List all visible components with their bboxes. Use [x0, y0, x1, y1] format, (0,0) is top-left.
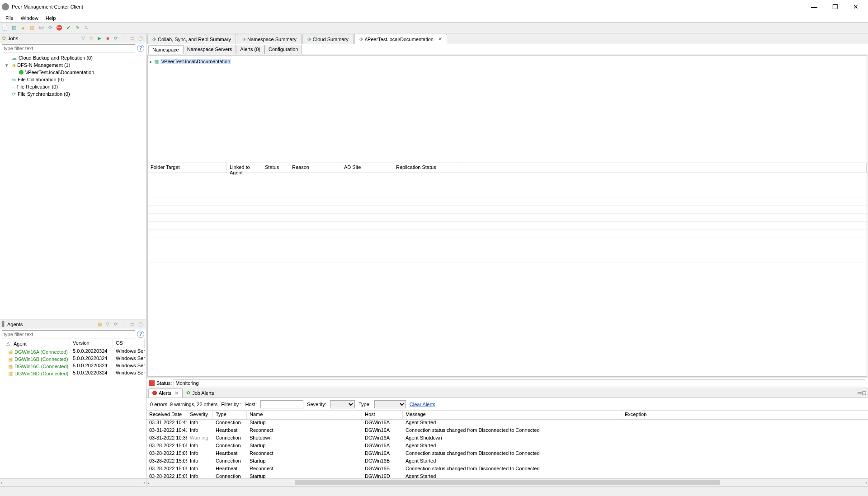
- alert-row[interactable]: 03-28-2022 15:05:53InfoHeartbeatReconnec…: [146, 466, 868, 473]
- menu-file[interactable]: File: [2, 15, 17, 21]
- namespace-tree[interactable]: ▸ ▦ \\PeerTest.local\Documentation: [148, 56, 867, 163]
- alert-row[interactable]: 03-31-2022 10:41:10InfoHeartbeatReconnec…: [146, 427, 868, 435]
- toolbar-edit-icon[interactable]: ✎: [73, 24, 81, 32]
- agents-row[interactable]: ▦DGWin16A (Connected)5.0.0.20220324Windo…: [0, 348, 146, 356]
- jobs-min-icon[interactable]: ▭: [128, 35, 136, 42]
- editor-tab[interactable]: ⬗\\PeerTest.local\Documentation✕: [354, 34, 447, 44]
- col-name[interactable]: Name: [247, 411, 362, 419]
- jobs-tree-item[interactable]: ≡File Replication (0): [0, 83, 146, 90]
- clear-alerts-link[interactable]: Clear Alerts: [410, 402, 435, 407]
- tab-job-alerts[interactable]: ✿ Job Alerts: [183, 388, 217, 398]
- toolbar-error-icon[interactable]: ⛔: [55, 24, 63, 32]
- toolbar-open-icon[interactable]: ▧: [10, 24, 18, 32]
- alert-row[interactable]: 03-28-2022 15:05:59InfoConnectionStartup…: [146, 443, 868, 450]
- jobs-tree-item[interactable]: ▾⬗DFS-N Management (1): [0, 61, 146, 69]
- agents-filter-input[interactable]: [2, 330, 135, 338]
- jobs-filter-input[interactable]: [2, 44, 135, 52]
- alerts-table[interactable]: Received Date Severity Type Name Host Me…: [146, 411, 868, 478]
- jobs-filter-icon[interactable]: ▽: [80, 35, 87, 42]
- toolbar-sync-icon[interactable]: ↻: [82, 24, 90, 32]
- alert-row[interactable]: 03-28-2022 15:05:59InfoHeartbeatReconnec…: [146, 450, 868, 458]
- folder-target-row[interactable]: [148, 197, 867, 206]
- col-host[interactable]: Host: [362, 411, 403, 419]
- sub-tab[interactable]: Alerts (0): [236, 45, 264, 54]
- agents-help-icon[interactable]: ?: [137, 331, 144, 338]
- alerts-max-icon[interactable]: ▢: [862, 390, 866, 396]
- tab-alerts-close[interactable]: ✕: [175, 390, 179, 396]
- host-filter-input[interactable]: [260, 400, 303, 408]
- col-reason[interactable]: Reason: [289, 163, 341, 173]
- agents-hscroll[interactable]: ‹›: [0, 478, 146, 486]
- folder-target-row[interactable]: [148, 246, 867, 254]
- folder-target-row[interactable]: [148, 230, 867, 238]
- agents-folder-icon[interactable]: ▦: [96, 321, 103, 328]
- editor-tab[interactable]: ⬗Namespace Summary: [237, 34, 302, 44]
- minimize-button[interactable]: —: [804, 0, 825, 14]
- col-folder-target[interactable]: Folder Target: [148, 163, 227, 173]
- agents-row[interactable]: ▦DGWin16C (Connected)5.0.0.20220324Windo…: [0, 363, 146, 370]
- agents-refresh-icon[interactable]: ⟳: [112, 321, 119, 328]
- alert-row[interactable]: 03-31-2022 10:41:10InfoConnectionStartup…: [146, 420, 868, 427]
- menu-window[interactable]: Window: [17, 15, 42, 21]
- col-exception[interactable]: Exception: [622, 411, 645, 419]
- toolbar-save-icon[interactable]: ●: [19, 24, 27, 32]
- type-select[interactable]: [374, 400, 406, 408]
- jobs-tree-item[interactable]: ☁Cloud Backup and Replication (0): [0, 54, 146, 61]
- ns-tree-root[interactable]: ▸ ▦ \\PeerTest.local\Documentation: [150, 57, 865, 66]
- folder-target-row[interactable]: [148, 238, 867, 246]
- agents-filter-icon[interactable]: ▽: [104, 321, 111, 328]
- toolbar-check-icon[interactable]: ✔: [64, 24, 72, 32]
- jobs-menu-icon[interactable]: ⋮: [120, 35, 127, 42]
- toolbar-agents-icon[interactable]: ▦: [28, 24, 36, 32]
- maximize-button[interactable]: ❐: [825, 0, 845, 14]
- close-button[interactable]: ✕: [845, 0, 866, 14]
- col-linked-agent[interactable]: Linked to Agent: [227, 163, 262, 173]
- toolbar-refresh-icon[interactable]: ⟳: [46, 24, 54, 32]
- jobs-tree-item[interactable]: ⇋File Collaboration (0): [0, 76, 146, 83]
- jobs-tree-item[interactable]: \\PeerTest.local\Documentation: [0, 69, 146, 76]
- col-status[interactable]: Status: [262, 163, 289, 173]
- jobs-tree[interactable]: ☁Cloud Backup and Replication (0)▾⬗DFS-N…: [0, 53, 146, 319]
- severity-select[interactable]: [330, 400, 355, 408]
- agents-col-os[interactable]: OS: [113, 339, 145, 348]
- agents-col-agent[interactable]: Agent: [14, 341, 27, 346]
- col-ad-site[interactable]: AD Site: [341, 163, 393, 173]
- folder-target-row[interactable]: [148, 222, 867, 230]
- jobs-restart-icon[interactable]: ⟳: [112, 35, 119, 42]
- sub-tab[interactable]: Namespace: [148, 45, 183, 54]
- jobs-refresh-icon[interactable]: ⟳: [88, 35, 95, 42]
- alert-row[interactable]: 03-28-2022 15:05:53InfoConnectionStartup…: [146, 458, 868, 466]
- alerts-hscroll[interactable]: ‹›: [146, 478, 868, 486]
- agents-max-icon[interactable]: ▢: [137, 321, 144, 328]
- col-message[interactable]: Message: [403, 411, 622, 419]
- menu-help[interactable]: Help: [42, 15, 60, 21]
- agents-min-icon[interactable]: ▭: [128, 321, 136, 328]
- tab-alerts[interactable]: Alerts ✕: [148, 388, 183, 398]
- folder-target-row[interactable]: [148, 173, 867, 181]
- sub-tab[interactable]: Namespace Servers: [183, 45, 236, 54]
- jobs-max-icon[interactable]: ▢: [137, 35, 144, 42]
- col-replication-status[interactable]: Replication Status: [393, 163, 461, 173]
- col-received-date[interactable]: Received Date: [146, 411, 187, 419]
- jobs-help-icon[interactable]: ?: [137, 45, 144, 52]
- sub-tab[interactable]: Configuration: [264, 45, 302, 54]
- folder-target-row[interactable]: [148, 189, 867, 197]
- alerts-min-icon[interactable]: ▭: [857, 390, 862, 396]
- col-type[interactable]: Type: [213, 411, 247, 419]
- editor-tab[interactable]: ⬗Cloud Summary: [302, 34, 354, 44]
- agents-menu-icon[interactable]: ⋮: [120, 321, 127, 328]
- agents-row[interactable]: ▦DGWin16B (Connected)5.0.0.20220324Windo…: [0, 356, 146, 363]
- folder-target-row[interactable]: [148, 206, 867, 214]
- folder-target-row[interactable]: [148, 214, 867, 222]
- col-severity[interactable]: Severity: [187, 411, 213, 419]
- alert-row[interactable]: 03-28-2022 15:05:44InfoConnectionStartup…: [146, 473, 868, 478]
- editor-tab[interactable]: ⬗Collab, Sync, and Repl Summary: [147, 34, 236, 44]
- agents-table[interactable]: △Agent Version OS ▦DGWin16A (Connected)5…: [0, 339, 146, 478]
- jobs-tree-item[interactable]: ⟳File Synchronization (0): [0, 90, 146, 98]
- tab-close-icon[interactable]: ✕: [438, 36, 442, 42]
- toolbar-new-icon[interactable]: 📄: [1, 24, 9, 32]
- jobs-stop-icon[interactable]: ■: [104, 35, 111, 42]
- agents-row[interactable]: ▦DGWin16D (Connected)5.0.0.20220324Windo…: [0, 370, 146, 377]
- folder-target-table[interactable]: Folder Target Linked to Agent Status Rea…: [148, 163, 867, 376]
- toolbar-db-icon[interactable]: ⛁: [37, 24, 45, 32]
